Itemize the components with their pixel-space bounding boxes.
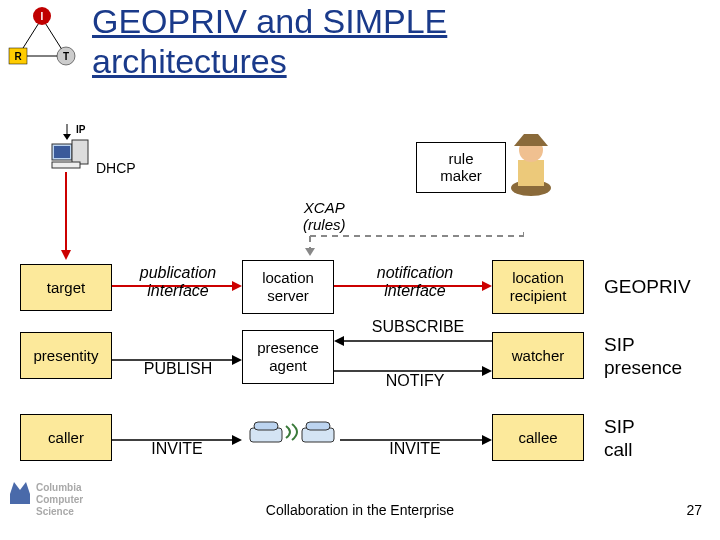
page-title-line1: GEOPRIV and SIMPLE	[92, 2, 447, 41]
irt-logo: I R T	[6, 6, 78, 70]
page-number: 27	[686, 502, 702, 518]
phone-icon-left	[248, 420, 288, 446]
svg-rect-12	[54, 146, 70, 158]
svg-text:T: T	[63, 51, 69, 62]
dhcp-label: DHCP	[96, 160, 136, 176]
caller-box: caller	[20, 414, 112, 461]
svg-marker-23	[305, 248, 315, 256]
person-icon	[506, 128, 556, 198]
svg-rect-18	[518, 160, 544, 186]
computer-icon	[50, 138, 92, 170]
publication-interface-label: publicationinterface	[128, 264, 228, 299]
footer-center: Collaboration in the Enterprise	[0, 502, 720, 518]
subscribe-arrow	[334, 334, 492, 348]
ip-label: IP	[76, 124, 85, 135]
svg-text:I: I	[41, 11, 44, 22]
svg-marker-35	[232, 435, 242, 445]
callee-box: callee	[492, 414, 584, 461]
invite-label-2: INVITE	[380, 440, 450, 458]
svg-marker-33	[482, 366, 492, 376]
phone-icon-right	[300, 420, 340, 446]
dhcp-arrow	[58, 172, 74, 260]
publish-label: PUBLISH	[138, 360, 218, 378]
svg-marker-41	[482, 435, 492, 445]
target-box: target	[20, 264, 112, 311]
presentity-box: presentity	[20, 332, 112, 379]
invite-label-1: INVITE	[142, 440, 212, 458]
svg-rect-13	[72, 140, 88, 164]
subscribe-label: SUBSCRIBE	[368, 318, 468, 336]
svg-marker-16	[61, 250, 71, 260]
notify-label: NOTIFY	[380, 372, 450, 390]
svg-rect-14	[52, 162, 80, 168]
svg-rect-37	[254, 422, 278, 430]
xcap-label: XCAP(rules)	[303, 200, 346, 233]
svg-text:R: R	[14, 51, 22, 62]
presence-agent-box: presenceagent	[242, 330, 334, 384]
notification-interface-label: notificationinterface	[362, 264, 468, 299]
location-recipient-box: locationrecipient	[492, 260, 584, 314]
page-title-line2: architectures	[92, 42, 287, 81]
svg-marker-27	[482, 281, 492, 291]
svg-marker-25	[232, 281, 242, 291]
svg-marker-31	[334, 336, 344, 346]
row1-side: GEOPRIV	[604, 276, 691, 298]
row2-side: SIPpresence	[604, 334, 682, 380]
svg-marker-29	[232, 355, 242, 365]
svg-rect-39	[306, 422, 330, 430]
location-server-box: locationserver	[242, 260, 334, 314]
rule-maker-box: rulemaker	[416, 142, 506, 193]
row3-side: SIPcall	[604, 416, 635, 462]
watcher-box: watcher	[492, 332, 584, 379]
xcap-line	[290, 232, 524, 256]
